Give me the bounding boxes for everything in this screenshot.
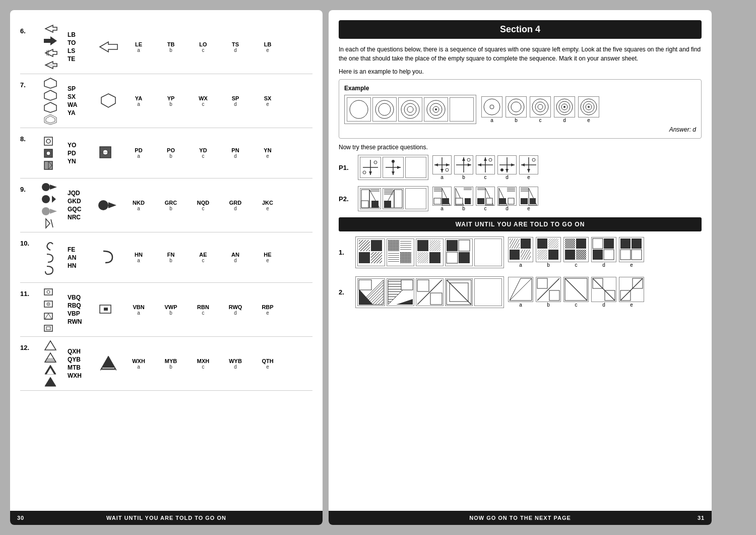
- question-7: 7. SP SX WA YA YAa YPb WXc SPd SXe: [20, 74, 312, 128]
- svg-rect-204: [632, 250, 642, 260]
- svg-marker-24: [50, 185, 57, 190]
- svg-rect-179: [459, 252, 470, 263]
- q6-labels: LB TO LS TE: [66, 31, 93, 63]
- p2-sequence: [358, 186, 428, 211]
- svg-rect-202: [632, 239, 642, 249]
- svg-rect-41: [44, 325, 52, 331]
- svg-rect-221: [537, 278, 547, 288]
- p1-sequence: [358, 155, 428, 180]
- svg-point-58: [379, 103, 391, 115]
- svg-marker-105: [478, 163, 481, 166]
- ex-sq-2: [372, 97, 397, 122]
- svg-point-67: [490, 105, 494, 109]
- svg-rect-188: [537, 250, 547, 260]
- svg-marker-91: [392, 171, 395, 175]
- svg-point-27: [42, 207, 50, 215]
- svg-rect-44: [104, 308, 108, 311]
- svg-rect-34: [44, 289, 52, 295]
- svg-rect-140: [465, 198, 471, 204]
- q7-answer-shape: [93, 92, 123, 110]
- svg-rect-167: [388, 240, 399, 251]
- svg-marker-8: [44, 78, 56, 88]
- q11-shapes: [35, 286, 66, 333]
- q9-shapes: [35, 182, 66, 229]
- svg-rect-163: [371, 252, 382, 263]
- example-box: Example: [339, 79, 702, 139]
- svg-point-117: [532, 158, 535, 161]
- q6-options: LEa TBb LOc TSd LBe: [123, 41, 312, 53]
- svg-rect-145: [477, 198, 484, 204]
- svg-rect-187: [548, 239, 558, 249]
- svg-marker-7: [100, 42, 117, 52]
- q6-answer-shape: [93, 38, 123, 56]
- svg-marker-94: [446, 163, 450, 166]
- svg-line-227: [593, 278, 615, 301]
- svg-rect-192: [565, 239, 575, 249]
- svg-marker-96: [440, 169, 444, 172]
- svg-marker-220: [510, 278, 532, 301]
- q12-num: 12.: [20, 340, 35, 351]
- p1-options: a b: [432, 155, 538, 180]
- svg-rect-169: [388, 252, 399, 263]
- svg-point-59: [401, 100, 419, 118]
- svg-rect-203: [620, 250, 631, 260]
- svg-line-230: [620, 278, 643, 301]
- ex-sq-empty: [450, 97, 474, 122]
- svg-rect-198: [604, 239, 614, 249]
- left-page-num: 30: [15, 512, 26, 523]
- q9-answer-shape: [93, 197, 123, 214]
- svg-rect-200: [604, 250, 614, 260]
- svg-marker-89: [397, 166, 401, 169]
- main-q2-row: 2.: [339, 276, 702, 308]
- svg-rect-183: [510, 250, 520, 260]
- svg-point-57: [375, 100, 394, 118]
- question-11: 11. VBQ RBQ VBP RWN VBNa VWPb RBNc RWQd …: [20, 283, 312, 337]
- svg-point-38: [48, 304, 49, 305]
- example-sequence: [344, 95, 476, 124]
- q9-num: 9.: [20, 182, 35, 193]
- practice-label: Now try these practice questions.: [339, 144, 702, 151]
- p2-row: P2.: [339, 186, 702, 211]
- main-q2-options: a b c: [508, 277, 644, 308]
- svg-rect-184: [521, 250, 531, 260]
- svg-point-65: [435, 108, 437, 110]
- q7-shapes: [35, 77, 66, 125]
- q8-num: 8.: [20, 131, 35, 143]
- svg-marker-85: [369, 171, 372, 175]
- svg-marker-12: [46, 116, 55, 123]
- svg-marker-116: [527, 169, 530, 172]
- svg-line-30: [51, 219, 53, 227]
- svg-marker-10: [44, 102, 56, 112]
- svg-point-56: [350, 100, 368, 118]
- svg-rect-146: [486, 198, 492, 204]
- q10-num: 10.: [20, 235, 35, 247]
- q11-answer-shape: [93, 301, 123, 319]
- q8-shapes: [35, 136, 66, 171]
- svg-point-82: [374, 161, 377, 164]
- svg-rect-157: [530, 198, 536, 204]
- svg-rect-136: [434, 198, 441, 204]
- q11-labels: VBQ RBQ VBP RWN: [66, 294, 93, 325]
- svg-marker-9: [44, 90, 56, 100]
- q7-options: YAa YPb WXc SPd SXe: [123, 95, 312, 107]
- svg-marker-32: [108, 202, 116, 208]
- question-9: 9. JQD GKD GQC NRC NKDa GRCb NQDc GRDd J…: [20, 179, 312, 232]
- svg-point-68: [508, 99, 524, 115]
- svg-rect-160: [359, 240, 370, 251]
- left-footer: 30 WAIT UNTIL YOU ARE TOLD TO GO ON: [10, 511, 323, 525]
- q11-num: 11.: [20, 286, 35, 298]
- svg-marker-45: [45, 341, 56, 350]
- svg-rect-178: [447, 252, 458, 263]
- svg-rect-126: [384, 201, 391, 208]
- svg-marker-100: [468, 163, 471, 166]
- svg-rect-181: [510, 239, 520, 249]
- svg-marker-52: [45, 377, 56, 386]
- svg-rect-122: [371, 201, 379, 208]
- q10-labels: FE AN HN: [66, 246, 93, 269]
- svg-point-98: [467, 158, 470, 161]
- svg-rect-152: [508, 198, 514, 204]
- svg-point-70: [532, 99, 548, 115]
- svg-rect-14: [44, 137, 52, 145]
- q8-options: PDa POb YDc PNd YNe: [123, 147, 312, 159]
- svg-rect-123: [361, 201, 368, 208]
